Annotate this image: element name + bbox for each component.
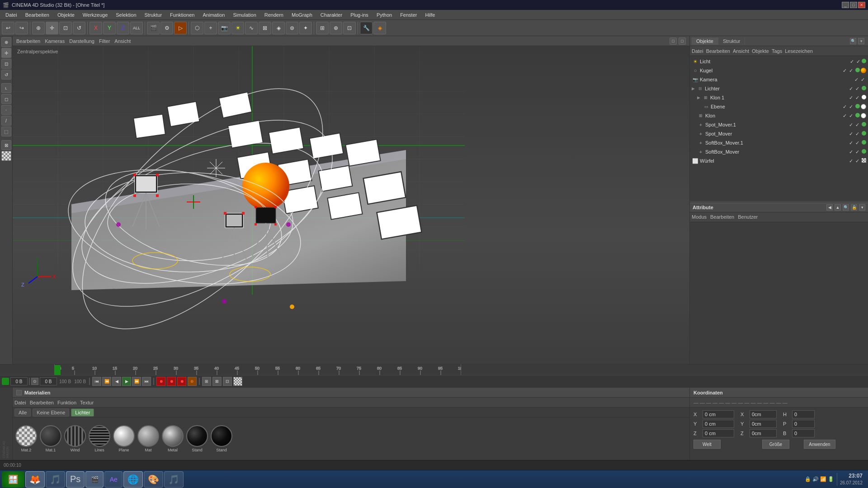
mat-plane[interactable]: Plane: [113, 425, 135, 452]
b-input[interactable]: [792, 429, 815, 437]
menu-objekte[interactable]: Objekte: [54, 11, 78, 19]
obj-kamera[interactable]: 📷 Kamera ✓ ✓: [690, 75, 868, 84]
menu-selektion[interactable]: Selektion: [112, 11, 140, 19]
z-axis-button[interactable]: Z: [117, 22, 129, 34]
groesse-btn[interactable]: Größe: [762, 440, 789, 449]
scale-btn-l[interactable]: ⊡: [1, 59, 11, 69]
mat-textur[interactable]: Textur: [80, 400, 94, 405]
objects-lesezeichen[interactable]: Lesezeichen: [785, 48, 813, 54]
close-button[interactable]: ✕: [858, 2, 865, 8]
klon-render[interactable]: ✓: [849, 113, 854, 118]
play-start-btn[interactable]: ⏮: [92, 377, 101, 386]
lichter-render[interactable]: ✓: [855, 86, 861, 91]
tl-extra3[interactable]: ⊡: [223, 377, 232, 386]
klon1-render[interactable]: ✓: [855, 95, 861, 100]
rotate-btn-l[interactable]: ↺: [1, 70, 11, 80]
mat-lines[interactable]: Lines: [89, 425, 110, 452]
kamera-vis[interactable]: ✓: [854, 77, 860, 82]
attr-modus[interactable]: Modus: [692, 214, 707, 220]
vp-tab-kameras[interactable]: Kameras: [45, 38, 65, 44]
attr-lock-icon[interactable]: 🔒: [851, 204, 857, 211]
obj-klon[interactable]: ⊞ Klon ✓ ✓: [690, 111, 868, 120]
spline-button[interactable]: ∿: [245, 22, 258, 34]
vp-ctrl-2[interactable]: □: [679, 38, 686, 45]
render-view-button[interactable]: 🎬: [147, 22, 160, 34]
mograph-button[interactable]: ⊛: [286, 22, 298, 34]
mat-filter-keine-ebene[interactable]: Keine Ebene: [33, 408, 69, 417]
null-obj-button[interactable]: +: [204, 22, 217, 34]
obj-lichter[interactable]: ▶ ⊞ Lichter ✓ ✓: [690, 84, 868, 93]
maximize-button[interactable]: □: [850, 2, 857, 8]
vp-tab-ansicht[interactable]: Ansicht: [114, 38, 131, 44]
obj-klon1[interactable]: ▶ ⊞ Klon 1 ✓ ✓: [690, 93, 868, 102]
minimize-button[interactable]: _: [842, 2, 849, 8]
taskbar-firefox[interactable]: 🦊: [25, 471, 45, 488]
ebene-render[interactable]: ✓: [849, 104, 854, 109]
all-axis-button[interactable]: ALL: [130, 22, 143, 34]
checker-btn[interactable]: [1, 151, 11, 161]
mat-mat[interactable]: Mat: [137, 425, 159, 452]
mat-bearbeiten[interactable]: Bearbeiten: [30, 400, 54, 405]
points-btn[interactable]: ·: [1, 105, 11, 115]
spotmover1-render[interactable]: ✓: [855, 122, 861, 127]
obj-spotmover1[interactable]: + Spot_Mover.1 ✓ ✓: [690, 120, 868, 129]
play-prev-btn[interactable]: ⏪: [102, 377, 111, 386]
attr-search-icon[interactable]: 🔍: [843, 204, 849, 211]
deformer-button[interactable]: ◈: [272, 22, 285, 34]
vp-ctrl-1[interactable]: □: [670, 38, 677, 45]
x-input[interactable]: [703, 410, 734, 418]
softboxmover1-vis[interactable]: ✓: [849, 140, 854, 145]
play-end-btn[interactable]: ⏭: [142, 377, 151, 386]
tool2-button[interactable]: ◈: [373, 22, 386, 34]
faces-btn[interactable]: ⬚: [1, 127, 11, 136]
select-btn[interactable]: ⊕: [1, 37, 11, 47]
licht-render-icon[interactable]: ✓: [855, 59, 861, 64]
play-fwd-btn[interactable]: ▶: [122, 377, 131, 386]
mat-filter-alle[interactable]: Alle: [14, 408, 31, 417]
attr-more-icon[interactable]: ▾: [859, 204, 865, 211]
taskbar-itunes[interactable]: 🎵: [46, 471, 65, 488]
ex-input[interactable]: [750, 410, 777, 418]
taskbar-artapp[interactable]: 🎨: [144, 471, 163, 488]
anwenden-btn[interactable]: Anwenden: [804, 440, 835, 449]
z-input[interactable]: [703, 429, 734, 437]
mat-mat1[interactable]: Mat.1: [40, 425, 61, 452]
mat-stand2[interactable]: Stand: [211, 425, 232, 452]
taskbar-photoshop[interactable]: Ps: [66, 471, 85, 488]
h-input[interactable]: [792, 410, 815, 418]
ez-input[interactable]: [750, 429, 777, 437]
mat-stand1[interactable]: Stand: [186, 425, 208, 452]
menu-python[interactable]: Python: [373, 11, 396, 19]
tl-extra4[interactable]: [233, 377, 242, 386]
move-button[interactable]: ✛: [46, 22, 58, 34]
render-settings-button[interactable]: ⚙: [160, 22, 173, 34]
axis-button[interactable]: ⊕: [330, 22, 342, 34]
rotate-button[interactable]: ↺: [73, 22, 85, 34]
frame-input[interactable]: [10, 377, 28, 385]
move-btn-l[interactable]: ✛: [1, 48, 11, 58]
attr-prev-icon[interactable]: ◀: [826, 204, 833, 211]
menu-mograph[interactable]: MoGraph: [288, 11, 316, 19]
menu-hilfe[interactable]: Hilfe: [421, 11, 439, 19]
objects-search-icon[interactable]: 🔍: [850, 38, 856, 44]
objects-ansicht[interactable]: Ansicht: [733, 48, 749, 54]
mat-mat2[interactable]: Mat.2: [15, 425, 37, 452]
redo-button[interactable]: ↪: [15, 22, 28, 34]
menu-simulation[interactable]: Simulation: [229, 11, 259, 19]
taskbar-cinema4d[interactable]: 🎬: [85, 471, 104, 488]
vp-tab-darstellung[interactable]: Darstellung: [69, 38, 94, 44]
kugel-vis[interactable]: ✓: [843, 68, 848, 73]
obj-spotmover[interactable]: + Spot_Mover ✓ ✓: [690, 129, 868, 138]
menu-datei[interactable]: Datei: [2, 11, 21, 19]
tool1-button[interactable]: 🔧: [360, 22, 373, 34]
mat-wind[interactable]: Wind: [64, 425, 86, 452]
x-axis-button[interactable]: X: [90, 22, 102, 34]
menu-rendern[interactable]: Rendern: [261, 11, 287, 19]
taskbar-browser[interactable]: 🌐: [123, 471, 143, 488]
objects-tab[interactable]: Objekte: [692, 38, 718, 45]
tl-extra1[interactable]: ⊞: [202, 377, 211, 386]
mat-filter-lichter[interactable]: Lichter: [71, 408, 94, 417]
menu-funktionen[interactable]: Funktionen: [166, 11, 198, 19]
klon1-vis[interactable]: ✓: [849, 95, 854, 100]
render-button[interactable]: ▷: [174, 22, 187, 34]
